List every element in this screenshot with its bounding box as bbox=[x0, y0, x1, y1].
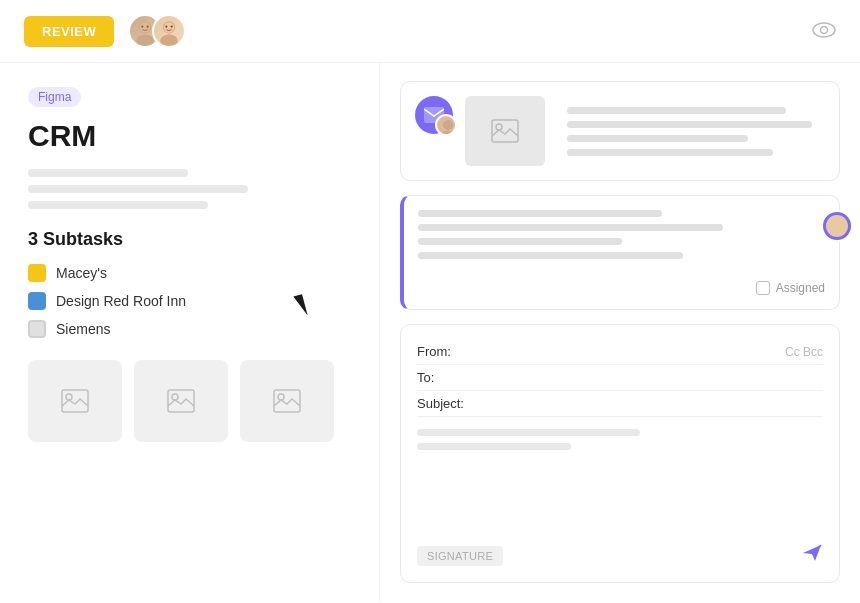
top-bar: REVIEW bbox=[0, 0, 860, 63]
msg-body-line bbox=[418, 224, 723, 231]
msg-user-avatar bbox=[435, 114, 457, 136]
email-subject-row: Subject: bbox=[417, 391, 823, 417]
svg-point-4 bbox=[147, 26, 149, 28]
thumbnail-3[interactable] bbox=[240, 360, 334, 442]
msg-line bbox=[567, 107, 786, 114]
msg-lines-1 bbox=[567, 96, 825, 166]
msg-body-line bbox=[418, 210, 662, 217]
subtask-item-maceys[interactable]: Macey's bbox=[28, 264, 351, 282]
email-from-row: From: Cc Bcc bbox=[417, 339, 823, 365]
eye-icon[interactable] bbox=[812, 20, 836, 43]
top-bar-left: REVIEW bbox=[24, 14, 186, 48]
msg-line bbox=[567, 135, 748, 142]
email-to-row: To: bbox=[417, 365, 823, 391]
signature-button[interactable]: SIGNATURE bbox=[417, 546, 503, 566]
msg-avatar-1 bbox=[415, 96, 453, 134]
msg-avatar-right bbox=[821, 210, 853, 242]
thumbnail-1[interactable] bbox=[28, 360, 122, 442]
svg-point-3 bbox=[142, 26, 144, 28]
review-button[interactable]: REVIEW bbox=[24, 16, 114, 47]
subtask-item-design-red-roof[interactable]: Design Red Roof Inn bbox=[28, 292, 351, 310]
assigned-checkbox[interactable] bbox=[756, 281, 770, 295]
message-card-2: Assigned bbox=[400, 195, 840, 310]
subtask-list: Macey's Design Red Roof Inn Siemens bbox=[28, 264, 351, 338]
svg-point-10 bbox=[813, 23, 835, 37]
email-to-label: To: bbox=[417, 370, 477, 385]
left-panel: Figma CRM 3 Subtasks Macey's Design Red … bbox=[0, 63, 380, 601]
right-panel: Assigned From: Cc Bcc To: Subject: bbox=[380, 63, 860, 601]
subtasks-title: 3 Subtasks bbox=[28, 229, 351, 250]
thumbnail-2[interactable] bbox=[134, 360, 228, 442]
avatar-2 bbox=[152, 14, 186, 48]
avatars bbox=[128, 14, 186, 48]
project-title: CRM bbox=[28, 119, 351, 153]
msg-body-line bbox=[418, 252, 683, 259]
desc-line-3 bbox=[28, 201, 208, 209]
msg-line bbox=[567, 149, 773, 156]
email-body-line bbox=[417, 443, 571, 450]
dot-blue bbox=[28, 292, 46, 310]
msg-body-line bbox=[418, 238, 622, 245]
svg-point-6 bbox=[160, 35, 178, 47]
subtask-label-siemens: Siemens bbox=[56, 321, 110, 337]
message-card-1 bbox=[400, 81, 840, 181]
svg-point-1 bbox=[136, 35, 154, 47]
dot-gray bbox=[28, 320, 46, 338]
svg-point-20 bbox=[440, 131, 456, 136]
svg-rect-14 bbox=[168, 390, 194, 412]
svg-rect-21 bbox=[492, 120, 518, 142]
msg-avatar-right-inner bbox=[826, 215, 848, 237]
svg-point-8 bbox=[166, 26, 168, 28]
desc-line-2 bbox=[28, 185, 248, 193]
msg-image-1 bbox=[465, 96, 545, 166]
subtask-label-maceys: Macey's bbox=[56, 265, 107, 281]
assigned-badge: Assigned bbox=[756, 281, 825, 295]
email-body-lines bbox=[417, 429, 823, 450]
figma-badge: Figma bbox=[28, 87, 81, 107]
assigned-label: Assigned bbox=[776, 281, 825, 295]
cc-bcc-label[interactable]: Cc Bcc bbox=[785, 345, 823, 359]
desc-line-1 bbox=[28, 169, 188, 177]
subtask-item-siemens[interactable]: Siemens bbox=[28, 320, 351, 338]
dot-yellow bbox=[28, 264, 46, 282]
email-from-label: From: bbox=[417, 344, 477, 359]
thumbnail-grid bbox=[28, 360, 351, 442]
email-body-line bbox=[417, 429, 640, 436]
svg-point-11 bbox=[821, 26, 828, 33]
send-icon[interactable] bbox=[801, 543, 823, 568]
subtask-label-design-red-roof: Design Red Roof Inn bbox=[56, 293, 186, 309]
svg-rect-12 bbox=[62, 390, 88, 412]
main-content: Figma CRM 3 Subtasks Macey's Design Red … bbox=[0, 63, 860, 601]
svg-point-9 bbox=[171, 26, 173, 28]
msg-line bbox=[567, 121, 812, 128]
msg-body-2 bbox=[418, 210, 825, 259]
email-footer: SIGNATURE bbox=[417, 533, 823, 568]
svg-rect-16 bbox=[274, 390, 300, 412]
svg-point-2 bbox=[140, 22, 151, 33]
email-compose: From: Cc Bcc To: Subject: SIGNATURE bbox=[400, 324, 840, 583]
svg-point-19 bbox=[443, 120, 453, 130]
description-lines bbox=[28, 169, 351, 209]
svg-point-7 bbox=[164, 22, 175, 33]
email-subject-label: Subject: bbox=[417, 396, 477, 411]
